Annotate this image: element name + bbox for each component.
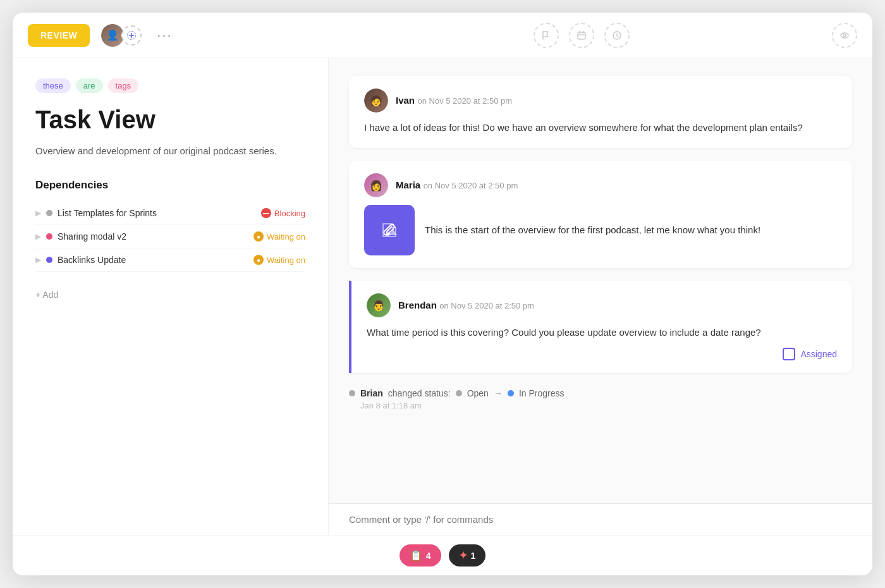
brendan-avatar: 👨	[367, 293, 391, 317]
comment-text: What time period is this covering? Could…	[367, 325, 837, 340]
dep-status: ● Waiting on	[253, 231, 305, 242]
dependency-item: ▶ Backlinks Update ● Waiting on	[35, 248, 305, 272]
assigned-row: Assigned	[367, 348, 837, 360]
svg-point-8	[841, 33, 848, 38]
eye-button[interactable]	[832, 23, 857, 48]
review-button[interactable]: REVIEW	[28, 24, 90, 47]
top-bar-right	[819, 23, 857, 48]
comment-with-attachment: This is the start of the overview for th…	[364, 205, 837, 255]
task-description: Overview and development of our original…	[35, 144, 305, 159]
dep-dot-icon	[46, 257, 52, 263]
comment-header: 👨 Brendan on Nov 5 2020 at 2:50 pm	[367, 293, 837, 317]
comment-meta: Maria on Nov 5 2020 at 2:50 pm	[396, 180, 518, 191]
top-bar-center	[344, 23, 819, 48]
add-dependency-button[interactable]: + Add	[35, 285, 305, 305]
comment-card-brendan: 👨 Brendan on Nov 5 2020 at 2:50 pm What …	[349, 281, 852, 373]
dependency-list: ▶ List Templates for Sprints — Blocking …	[35, 202, 305, 272]
status-to-dot	[508, 390, 514, 396]
blocking-icon: —	[261, 208, 271, 218]
arrow-icon: →	[494, 388, 503, 398]
dep-chevron-icon[interactable]: ▶	[35, 232, 41, 241]
status-change-item: Brian changed status: Open → In Progress…	[349, 386, 852, 413]
comment-card-maria: 👩 Maria on Nov 5 2020 at 2:50 pm	[349, 161, 852, 268]
comment-time: on Nov 5 2020 at 2:50 pm	[417, 96, 512, 106]
bottom-bar: 📋 4 ✦ 1	[13, 535, 872, 575]
avatar-group: 👤	[100, 23, 142, 48]
status-from-dot	[456, 390, 462, 396]
assigned-label: Assigned	[800, 349, 837, 359]
dep-name: Sharing modal v2	[58, 231, 248, 242]
maria-avatar: 👩	[364, 173, 388, 197]
comment-author: Maria	[396, 180, 420, 190]
comment-time: on Nov 5 2020 at 2:50 pm	[439, 301, 534, 310]
top-bar: REVIEW 👤 ···	[13, 13, 872, 58]
clock-button[interactable]	[604, 23, 630, 48]
waiting-icon: ●	[253, 255, 264, 265]
dep-name: List Templates for Sprints	[58, 208, 256, 218]
comment-text: I have a lot of ideas for this! Do we ha…	[364, 120, 837, 135]
comment-meta: Ivan on Nov 5 2020 at 2:50 pm	[396, 95, 512, 106]
comment-meta: Brendan on Nov 5 2020 at 2:50 pm	[398, 300, 534, 311]
assigned-checkbox[interactable]	[783, 348, 795, 360]
status-change-row: Brian changed status: Open → In Progress	[349, 388, 852, 398]
comments-area: 🧑 Ivan on Nov 5 2020 at 2:50 pm I have a…	[329, 58, 872, 503]
status-to-label: In Progress	[519, 388, 565, 398]
left-panel: these are tags Task View Overview and de…	[13, 58, 329, 535]
status-change-time: Jan 8 at 1:18 am	[360, 401, 852, 410]
badge-icon-pink: 📋	[410, 549, 422, 561]
dep-chevron-icon[interactable]: ▶	[35, 255, 41, 264]
comment-input[interactable]	[349, 514, 852, 525]
badge-count-dark: 1	[471, 551, 476, 561]
dependencies-title: Dependencies	[35, 179, 305, 192]
badge-figma[interactable]: ✦ 1	[449, 544, 486, 567]
comment-input-bar	[329, 503, 872, 535]
calendar-button[interactable]	[569, 23, 594, 48]
status-dot-gray	[349, 390, 355, 396]
main-content: these are tags Task View Overview and de…	[13, 58, 872, 535]
dep-chevron-icon[interactable]: ▶	[35, 209, 41, 217]
comment-card-ivan: 🧑 Ivan on Nov 5 2020 at 2:50 pm I have a…	[349, 76, 852, 148]
svg-point-9	[843, 34, 846, 37]
dep-status: ● Waiting on	[253, 255, 305, 265]
task-title: Task View	[35, 106, 305, 133]
comment-author: Brendan	[398, 300, 437, 310]
add-member-button[interactable]	[121, 25, 142, 46]
tag-are[interactable]: are	[76, 78, 103, 93]
comment-header: 👩 Maria on Nov 5 2020 at 2:50 pm	[364, 173, 837, 197]
badge-count-pink: 4	[426, 551, 431, 561]
comment-time: on Nov 5 2020 at 2:50 pm	[424, 181, 518, 190]
flag-button[interactable]	[534, 23, 559, 48]
dep-dot-icon	[46, 233, 52, 240]
dep-name: Backlinks Update	[58, 255, 248, 265]
tag-tags[interactable]: tags	[108, 78, 139, 93]
ivan-avatar: 🧑	[364, 89, 388, 113]
dependency-item: ▶ List Templates for Sprints — Blocking	[35, 202, 305, 225]
comment-author: Ivan	[396, 95, 415, 106]
status-change-action: changed status:	[388, 388, 451, 398]
attachment-thumb[interactable]	[364, 205, 415, 255]
dep-dot-icon	[46, 210, 52, 216]
comment-header: 🧑 Ivan on Nov 5 2020 at 2:50 pm	[364, 89, 837, 113]
waiting-icon: ●	[253, 231, 264, 242]
dep-status: — Blocking	[261, 208, 305, 218]
comment-text: This is the start of the overview for th…	[425, 223, 760, 238]
more-options-button[interactable]: ···	[152, 27, 177, 44]
badge-icon-dark: ✦	[459, 549, 467, 561]
status-change-user: Brian	[360, 388, 383, 398]
right-panel: 🧑 Ivan on Nov 5 2020 at 2:50 pm I have a…	[329, 58, 872, 535]
dependency-item: ▶ Sharing modal v2 ● Waiting on	[35, 225, 305, 248]
top-bar-left: REVIEW 👤 ···	[28, 23, 344, 48]
status-from-label: Open	[467, 388, 489, 398]
tag-these[interactable]: these	[35, 78, 71, 93]
tags-row: these are tags	[35, 78, 305, 93]
svg-rect-3	[578, 32, 585, 39]
badge-notifications[interactable]: 📋 4	[400, 544, 441, 567]
